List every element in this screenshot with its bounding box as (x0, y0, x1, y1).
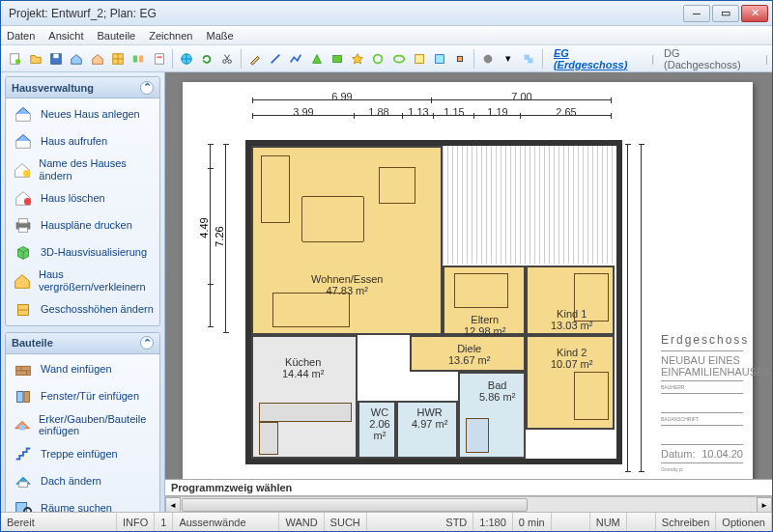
tool-ellipse-icon[interactable] (389, 49, 408, 69)
svg-rect-10 (157, 56, 161, 58)
status-ratio: 1:180 (473, 513, 513, 531)
tool-house1-icon[interactable] (68, 49, 86, 69)
menu-bauteile[interactable]: Bauteile (97, 30, 135, 42)
tool-boxes-icon[interactable] (129, 49, 148, 69)
tool-doc-icon[interactable] (150, 49, 168, 69)
svg-rect-35 (17, 391, 23, 402)
status-optionen[interactable]: Optionen (716, 513, 772, 531)
item-resize[interactable]: Haus vergrößern/verkleinern (6, 266, 159, 295)
menu-masse[interactable]: Maße (206, 30, 233, 42)
dim-top-3: 1.13 (403, 115, 434, 127)
furniture-chair (379, 167, 415, 204)
scroll-thumb[interactable] (182, 498, 528, 512)
item-hoehen[interactable]: Geschosshöhen ändern (6, 296, 159, 323)
menu-ansicht[interactable]: Ansicht (48, 30, 83, 42)
floor-tabs: EG (Erdgeschoss) | DG (Dachgeschoss) | (554, 47, 768, 70)
menu-daten[interactable]: Daten (7, 30, 35, 42)
canvas[interactable]: 6.99 7.00 3.99 1.88 1.13 1.15 1.19 2.65 … (165, 72, 772, 479)
room-label-diele: Diele13.67 m² (448, 343, 490, 366)
item-treppe[interactable]: Treppe einfügen (6, 440, 159, 467)
titlebar: Projekt: Entwurf_2; Plan: EG ─ ▭ ✕ (1, 1, 772, 26)
room-kind1: Kind 113.03 m² (526, 266, 615, 335)
tool-refresh-icon[interactable] (198, 49, 216, 69)
tool-save-icon[interactable] (47, 49, 66, 69)
panel-header-bauteile[interactable]: Bauteile ⌃ (6, 333, 159, 354)
tool-group-icon[interactable] (520, 49, 538, 69)
tool-triangle-icon[interactable] (307, 49, 326, 69)
tool-star-icon[interactable] (348, 49, 366, 69)
tool-circle-icon[interactable] (369, 49, 387, 69)
status-such[interactable]: SUCH (325, 513, 367, 531)
status-wand[interactable]: WAND (279, 513, 324, 531)
tool-pencil-icon[interactable] (245, 49, 264, 69)
room-wohnen: Wohnen/Essen47.83 m² (251, 146, 443, 335)
maximize-button[interactable]: ▭ (712, 5, 739, 22)
house-rename-icon (12, 159, 33, 181)
minimize-button[interactable]: ─ (683, 5, 710, 22)
scroll-track[interactable] (181, 497, 757, 512)
status-schreiben[interactable]: Schreiben (656, 513, 717, 531)
panel-header-hausverwaltung[interactable]: Hausverwaltung ⌃ (6, 77, 159, 98)
item-drucken[interactable]: Hauspläne drucken (6, 211, 159, 238)
roof-icon (12, 470, 35, 491)
panel-title: Bauteile (12, 337, 53, 349)
furniture-table (272, 293, 350, 327)
svg-rect-37 (19, 425, 25, 431)
room-label-wc: WC2.06 m² (365, 406, 394, 441)
item-dach[interactable]: Dach ändern (6, 467, 159, 494)
item-3d[interactable]: 3D-Hausvisualisierung (6, 238, 159, 266)
furniture-counter (259, 403, 352, 422)
tool-hatch1-icon[interactable] (410, 49, 428, 69)
tool-line-icon[interactable] (266, 49, 284, 69)
tool-open-icon[interactable] (26, 49, 44, 69)
status-infoval: 1 (155, 513, 173, 531)
svg-rect-39 (16, 502, 27, 512)
house-delete-icon (12, 187, 35, 209)
item-haus-aufrufen[interactable]: Haus aufrufen (6, 127, 159, 154)
svg-rect-20 (458, 56, 463, 61)
statusbar: Bereit INFO 1 Aussenwände WAND SUCH STD … (1, 512, 772, 531)
tool-hatch2-icon[interactable] (431, 49, 449, 69)
drawing-paper: 6.99 7.00 3.99 1.88 1.13 1.15 1.19 2.65 … (183, 82, 753, 479)
svg-point-16 (374, 54, 383, 63)
tool-house2-icon[interactable] (88, 49, 106, 69)
house-resize-icon (12, 270, 33, 292)
tool-fill-icon[interactable] (478, 49, 497, 69)
furniture-bed (454, 273, 508, 308)
svg-rect-23 (528, 58, 532, 63)
menu-zeichnen[interactable]: Zeichnen (149, 30, 192, 42)
item-haus-loeschen[interactable]: Haus löschen (6, 184, 159, 211)
content-area: Hausverwaltung ⌃ Neues Haus anlegen Haus… (1, 72, 772, 512)
tool-rect-icon[interactable] (328, 49, 346, 69)
item-wand[interactable]: Wand einfügen (6, 356, 159, 383)
tool-grid-icon[interactable] (108, 49, 127, 69)
tool-globe-icon[interactable] (177, 49, 195, 69)
status-std[interactable]: STD (440, 513, 473, 531)
tool-snap-icon[interactable] (451, 49, 470, 69)
furniture-sofa (301, 196, 364, 242)
tool-polyline-icon[interactable] (287, 49, 305, 69)
dim-right-2 (641, 144, 642, 472)
tool-dropdown-icon[interactable]: ▾ (499, 49, 517, 69)
close-button[interactable]: ✕ (741, 5, 768, 22)
h-scrollbar[interactable]: ◄ ► (165, 496, 772, 512)
tb-title: Erdgeschoss (661, 333, 743, 347)
item-erker[interactable]: Erker/Gauben/Bauteile einfügen (6, 410, 159, 440)
scroll-right-button[interactable]: ► (757, 497, 772, 512)
tool-new-icon[interactable] (6, 49, 24, 69)
dim-top-6: 2.65 (521, 115, 612, 127)
svg-rect-28 (18, 228, 27, 233)
item-raeume[interactable]: Räume suchen (6, 494, 159, 512)
room-hwr: HWR4.97 m² (396, 401, 458, 459)
item-neues-haus[interactable]: Neues Haus anlegen (6, 100, 159, 127)
house-add-icon (12, 103, 35, 125)
item-fenster[interactable]: Fenster/Tür einfügen (6, 383, 159, 410)
tab-dg[interactable]: DG (Dachgeschoss) (664, 47, 756, 70)
svg-rect-15 (332, 55, 341, 62)
item-haus-rename[interactable]: Name des Hauses ändern (6, 154, 159, 184)
room-label-bad: Bad5.86 m² (479, 379, 515, 403)
scroll-left-button[interactable]: ◄ (165, 497, 181, 512)
tab-eg[interactable]: EG (Erdgeschoss) (554, 47, 642, 70)
tool-scissors-icon[interactable] (218, 49, 237, 69)
status-info[interactable]: INFO (117, 513, 155, 531)
